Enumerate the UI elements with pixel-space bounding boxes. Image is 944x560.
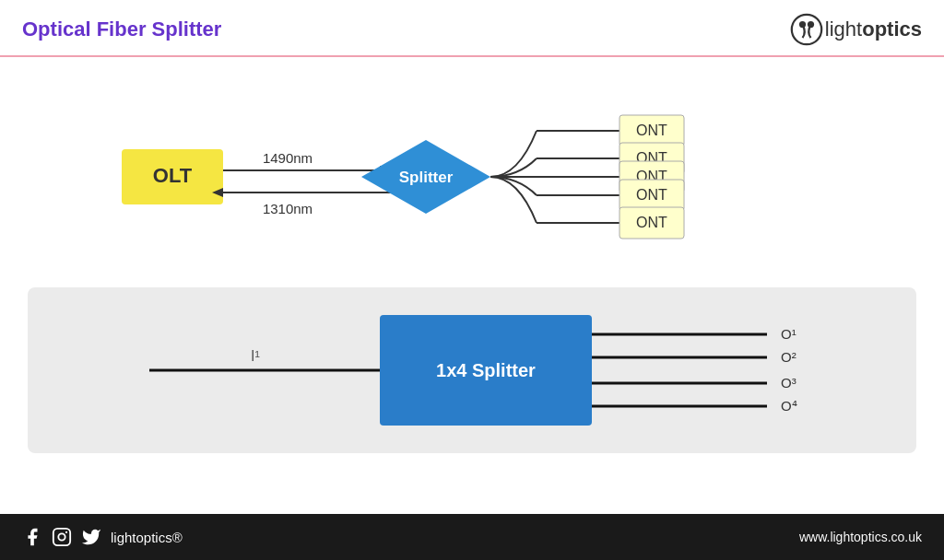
bottom-diagram: I¹ 1x4 Splitter O¹ O² O³ O⁴	[28, 287, 916, 453]
instagram-icon	[52, 527, 72, 547]
splitter-box-label: 1x4 Splitter	[436, 360, 536, 380]
facebook-icon	[22, 527, 42, 547]
svg-point-0	[792, 15, 821, 44]
ont-label-1: ONT	[636, 122, 667, 138]
olt-label: OLT	[153, 164, 193, 187]
output-1: O¹	[781, 326, 796, 342]
svg-rect-17	[53, 529, 70, 545]
output-3: O³	[781, 375, 796, 391]
logo-text: lightoptics	[825, 18, 922, 41]
header: Optical Fiber Splitter lightoptics	[0, 0, 944, 57]
logo-icon	[790, 13, 823, 46]
footer: lightoptics® www.lightoptics.co.uk	[0, 514, 944, 560]
ont-label-4: ONT	[636, 187, 667, 203]
bottom-diagram-svg: I¹ 1x4 Splitter O¹ O² O³ O⁴	[28, 287, 916, 453]
svg-point-18	[58, 533, 65, 540]
output-2: O²	[781, 349, 796, 365]
output-4: O⁴	[781, 398, 797, 414]
page-title: Optical Fiber Splitter	[22, 18, 221, 41]
twitter-icon	[81, 527, 101, 547]
footer-url: www.lightoptics.co.uk	[799, 530, 922, 544]
splitter-label: Splitter	[399, 169, 454, 186]
top-diagram-svg: OLT 1490nm 1310nm Splitter	[94, 71, 850, 283]
footer-brand: lightoptics®	[111, 530, 183, 545]
wavelength-down: 1490nm	[263, 150, 313, 166]
top-diagram: OLT 1490nm 1310nm Splitter	[18, 66, 926, 287]
footer-left: lightoptics®	[22, 527, 183, 547]
main-content: OLT 1490nm 1310nm Splitter	[0, 57, 944, 516]
svg-point-19	[65, 531, 67, 533]
wavelength-up: 1310nm	[263, 201, 313, 216]
input-label: I¹	[251, 348, 260, 364]
logo: lightoptics	[790, 13, 922, 46]
ont-label-5: ONT	[636, 215, 667, 230]
